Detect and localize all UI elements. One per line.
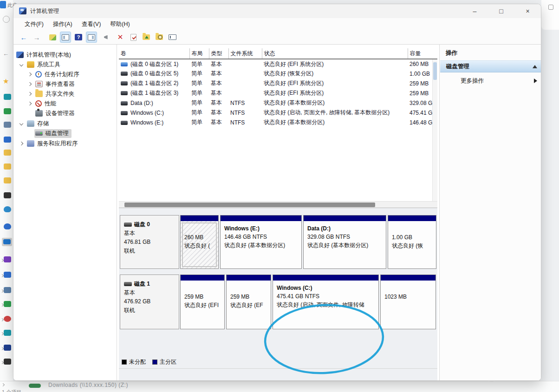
chevron-right-icon[interactable]: [20, 142, 23, 145]
bg-pictures-icon[interactable]: [4, 272, 11, 278]
disk-0-label[interactable]: 磁盘 0 基本 476.81 GB 联机: [120, 215, 179, 269]
bg-expand-chevron[interactable]: [0, 274, 4, 277]
help-icon[interactable]: ?: [73, 32, 84, 43]
bg-add-button-icon[interactable]: [3, 16, 10, 23]
chevron-right-icon[interactable]: [28, 82, 32, 86]
partition-disk0-recovery[interactable]: 1.00 GB 状态良好 (恢: [388, 215, 436, 269]
disk-management-group-header[interactable]: 磁盘管理: [440, 60, 541, 72]
menu-view[interactable]: 查看(V): [77, 19, 106, 30]
bg-expand-chevron[interactable]: [0, 347, 4, 350]
delete-icon[interactable]: ✕: [115, 32, 126, 43]
partition-disk1-efi-1[interactable]: 259 MB 状态良好 (EFI: [180, 274, 225, 329]
export-list-icon[interactable]: [47, 32, 58, 43]
partition-disk0-efi[interactable]: 260 MB 状态良好 (: [180, 215, 219, 269]
bg-this-pc-icon[interactable]: [3, 239, 11, 244]
volume-row[interactable]: (磁盘 1 磁盘分区 2) 简单 基本 状态良好 (EFI 系统分区) 259 …: [119, 78, 437, 88]
bg-drive-icon[interactable]: [4, 345, 11, 351]
volume-list-vertical-scrollbar[interactable]: [432, 59, 437, 202]
bg-cloud-icon[interactable]: [4, 223, 11, 229]
chevron-down-icon[interactable]: [20, 122, 23, 125]
bg-gray-folder-icon[interactable]: [4, 122, 11, 128]
bg-drive-icon[interactable]: [4, 359, 11, 365]
partition-data-d[interactable]: Data (D:) 329.08 GB NTFS 状态良好 (基本数据分区): [303, 215, 386, 269]
tree-item-device-manager[interactable]: 设备管理器: [35, 109, 75, 118]
partition-disk1-efi-2[interactable]: 259 MB 状态良好 (EF: [226, 274, 271, 329]
show-console-tree-icon[interactable]: [60, 32, 71, 43]
bg-gallery-icon[interactable]: [4, 94, 11, 100]
announce-icon[interactable]: [102, 32, 113, 43]
tree-item-services[interactable]: 服务和应用程序: [20, 139, 78, 148]
bg-expand-chevron[interactable]: [1, 383, 5, 386]
tree-item-computer-management[interactable]: 计算机管理(本地): [16, 50, 71, 59]
scrollbar-thumb[interactable]: [124, 203, 375, 207]
bg-videos-icon[interactable]: [4, 256, 11, 262]
menu-help[interactable]: 帮助(H): [105, 19, 134, 30]
menu-action[interactable]: 操作(A): [48, 19, 77, 30]
scrollbar-thumb[interactable]: [433, 62, 437, 80]
chevron-down-icon[interactable]: [20, 63, 23, 66]
bg-documents-icon[interactable]: [4, 287, 11, 293]
checklist-document-icon[interactable]: [128, 32, 139, 43]
bg-cloud-icon[interactable]: [4, 206, 11, 212]
col-status[interactable]: 状态: [262, 48, 408, 59]
col-capacity[interactable]: 容量: [408, 48, 437, 59]
tree-item-task-scheduler[interactable]: 任务计划程序: [28, 70, 79, 79]
bg-expand-chevron[interactable]: [0, 332, 4, 335]
tree-item-shared-folders[interactable]: 共享文件夹: [28, 89, 75, 98]
volume-row[interactable]: Data (D:) 简单 基本 NTFS 状态良好 (基本数据分区) 329.0…: [119, 98, 437, 108]
col-layout[interactable]: 布局: [189, 48, 209, 59]
back-icon[interactable]: ←: [18, 32, 29, 43]
volume-row[interactable]: Windows (E:) 简单 基本 NTFS 状态良好 (基本数据分区) 14…: [119, 118, 437, 127]
bg-green-folder-icon[interactable]: [4, 108, 11, 114]
chevron-right-icon[interactable]: [28, 92, 32, 96]
cell-filesystem: NTFS: [228, 108, 262, 118]
bg-maximize-button[interactable]: [548, 5, 553, 10]
show-action-pane-icon[interactable]: [86, 32, 97, 43]
bg-favorites-star-icon[interactable]: ★: [3, 77, 9, 85]
volume-row[interactable]: (磁盘 0 磁盘分区 1) 简单 基本 状态良好 (EFI 系统分区) 260 …: [119, 59, 437, 69]
collapse-icon[interactable]: [533, 65, 537, 68]
tree-item-storage[interactable]: 存储: [20, 119, 49, 128]
volume-list-horizontal-scrollbar[interactable]: [119, 201, 437, 208]
folder-up-icon[interactable]: [141, 32, 152, 43]
minimize-button[interactable]: –: [462, 4, 488, 18]
folder-search-icon[interactable]: [154, 32, 165, 43]
tree-item-system-tools[interactable]: 系统工具: [20, 60, 60, 69]
bg-dark-item-icon[interactable]: [4, 192, 11, 198]
bg-yellow-folder-icon[interactable]: [4, 177, 11, 183]
partition-windows-e[interactable]: Windows (E:) 146.48 GB NTFS 状态良好 (基本数据分区…: [220, 215, 302, 269]
bg-expand-chevron[interactable]: [0, 289, 4, 293]
bg-expand-chevron[interactable]: [0, 318, 4, 321]
menu-file[interactable]: 文件(F): [20, 19, 48, 30]
bg-back-arrow-icon[interactable]: ←: [3, 50, 9, 57]
properties-icon[interactable]: [167, 32, 178, 43]
bg-expand-chevron[interactable]: [0, 303, 4, 307]
bg-music-icon[interactable]: [4, 316, 11, 322]
bg-yellow-folder-icon[interactable]: [4, 163, 11, 170]
tree-item-performance[interactable]: 性能: [28, 99, 56, 108]
bg-desktop-icon[interactable]: [4, 330, 11, 336]
col-volume[interactable]: 卷: [119, 48, 189, 59]
tree-item-disk-management[interactable]: 磁盘管理: [34, 129, 72, 138]
forward-icon[interactable]: →: [31, 32, 42, 43]
close-button[interactable]: ×: [514, 4, 541, 18]
bg-network-drive-label[interactable]: Downloads (\\10.xxx.150) (Z:): [48, 382, 128, 388]
chevron-right-icon[interactable]: [28, 102, 32, 105]
col-filesystem[interactable]: 文件系统: [228, 48, 262, 59]
volume-row[interactable]: (磁盘 0 磁盘分区 5) 简单 基本 状态良好 (恢复分区) 1.00 GB: [119, 69, 437, 78]
bg-expand-chevron[interactable]: [0, 361, 4, 364]
col-type[interactable]: 类型: [209, 48, 228, 59]
bg-downloads-icon[interactable]: [4, 301, 11, 307]
chevron-right-icon[interactable]: [28, 72, 32, 76]
disk-1-label[interactable]: 磁盘 1 基本 476.92 GB 联机: [120, 274, 179, 329]
maximize-button[interactable]: □: [488, 4, 514, 18]
volume-row[interactable]: (磁盘 1 磁盘分区 3) 简单 基本 状态良好 (EFI 系统分区) 259 …: [119, 88, 437, 98]
partition-windows-c[interactable]: Windows (C:) 475.41 GB NTFS 状态良好 (启动, 页面…: [273, 274, 379, 329]
volume-row[interactable]: Windows (C:) 简单 基本 NTFS 状态良好 (启动, 页面文件, …: [119, 108, 437, 118]
bg-yellow-folder-icon[interactable]: [4, 150, 11, 156]
bg-blue-folder-icon[interactable]: [4, 137, 11, 143]
partition-disk1-recovery[interactable]: 1023 MB: [380, 274, 436, 329]
tree-item-event-viewer[interactable]: 事件查看器: [28, 79, 75, 89]
bg-expand-chevron[interactable]: [0, 259, 4, 262]
more-actions-item[interactable]: 更多操作: [440, 75, 541, 86]
